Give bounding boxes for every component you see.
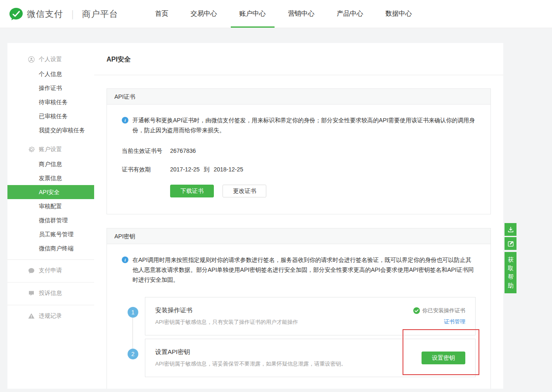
api-cert-card: API证书 开通帐号和更换API证书时，由微信支付签发，用来标识和界定你的身份；… <box>107 88 491 214</box>
sidebar-item-review-config[interactable]: 审核配置 <box>7 199 94 213</box>
step-1-desc: API密钥属于敏感信息，只有安装了操作证书的用户才能操作 <box>155 318 298 326</box>
change-cert-button[interactable]: 更改证书 <box>223 185 266 197</box>
logo-divider: ｜ <box>68 8 77 20</box>
sidebar-group-personal-header: 个人设置 <box>7 52 94 67</box>
cert-validity-end: 2018-12-25 <box>213 166 243 173</box>
sidebar-item-api-security[interactable]: API安全 <box>7 185 94 199</box>
api-key-info-text: 在API调用时用来按照指定规则对你的请求参数进行签名，服务器收到你的请求时会进行… <box>133 255 476 285</box>
sidebar-item-wechat-group-mgmt[interactable]: 微信群管理 <box>7 213 94 227</box>
cert-manage-link[interactable]: 证书管理 <box>444 318 465 325</box>
chat-icon <box>28 267 35 274</box>
step-connector-line <box>133 318 133 350</box>
feedback-icon[interactable] <box>505 237 516 250</box>
sidebar-item-my-submitted-tasks[interactable]: 我提交的审核任务 <box>7 123 94 137</box>
main-nav: 首页 交易中心 账户中心 营销中心 产品中心 数据中心 <box>144 0 423 28</box>
message-icon <box>28 290 35 297</box>
content-area: API安全 API证书 开通帐号和更换API证书时，由微信支付签发，用来标识和界… <box>94 43 503 389</box>
logo[interactable]: 微信支付 ｜ 商户平台 <box>9 7 118 21</box>
nav-marketing-center[interactable]: 营销中心 <box>277 0 326 28</box>
cert-installed-status-text: 你已安装操作证书 <box>422 307 465 314</box>
sidebar-item-pending-tasks[interactable]: 待审核任务 <box>7 95 94 109</box>
gear-icon <box>28 146 35 153</box>
cert-number-value: 26767836 <box>170 147 196 155</box>
user-icon <box>28 56 35 63</box>
api-key-card: API密钥 在API调用时用来按照指定规则对你的请求参数进行签名，服务器收到你的… <box>107 228 491 389</box>
sidebar-group-label: 个人设置 <box>39 56 62 63</box>
api-key-card-title: API密钥 <box>107 228 490 244</box>
api-cert-info-text: 开通帐号和更换API证书时，由微信支付签发，用来标识和界定你的身份；部分安全性要… <box>133 115 476 135</box>
step-2-badge: 2 <box>128 349 138 359</box>
sidebar-group-violation-header[interactable]: 违规记录 <box>7 309 94 323</box>
logo-platform: 商户平台 <box>82 8 118 20</box>
info-icon <box>122 117 128 124</box>
sidebar-group-complaint-header[interactable]: 投诉信息 <box>7 286 94 301</box>
cert-validity-label: 证书有效期 <box>122 166 170 173</box>
title-divider <box>94 75 503 75</box>
step-install-cert: 1 安装操作证书 API密钥属于敏感信息，只有安装了操作证书的用户才能操作 <box>145 297 476 335</box>
sidebar-group-label: 违规记录 <box>39 312 62 320</box>
step-2-title: 设置API密钥 <box>155 348 346 356</box>
sidebar-item-invoice-info[interactable]: 发票信息 <box>7 171 94 185</box>
step-1-title: 安装操作证书 <box>155 306 298 314</box>
nav-product-center[interactable]: 产品中心 <box>326 0 374 28</box>
info-icon <box>122 257 128 263</box>
sidebar: 个人设置 个人信息 操作证书 待审核任务 已审核任务 我提交的审核任务 账户设置… <box>7 43 94 389</box>
logo-text: 微信支付 <box>27 8 63 20</box>
download-cert-button[interactable]: 下载证书 <box>170 185 214 197</box>
sidebar-group-payment-apply: 支付申请 <box>7 259 94 278</box>
sidebar-group-label: 投诉信息 <box>39 290 62 297</box>
sidebar-item-wechat-merchant-terminal[interactable]: 微信商户终端 <box>7 241 94 255</box>
sidebar-group-violation: 违规记录 <box>7 305 94 323</box>
cert-number-row: 当前生效证书号 26767836 <box>122 147 476 155</box>
sidebar-item-staff-account-mgmt[interactable]: 员工账号管理 <box>7 227 94 241</box>
top-header: 微信支付 ｜ 商户平台 首页 交易中心 账户中心 营销中心 产品中心 数据中心 <box>0 0 552 28</box>
cert-installed-status: 你已安装操作证书 <box>413 307 465 314</box>
sidebar-group-account-header: 账户设置 <box>7 142 94 157</box>
step-2-desc: API密钥属于敏感信息，请妥善保管不要泄露，如果怀疑信息泄露，请重设密钥。 <box>155 360 346 368</box>
cert-validity-to: 到 <box>204 166 210 173</box>
check-icon <box>413 307 420 314</box>
nav-account-center[interactable]: 账户中心 <box>228 0 277 28</box>
help-widget: 获取帮助 <box>505 223 516 293</box>
sidebar-item-operation-cert[interactable]: 操作证书 <box>7 81 94 95</box>
nav-transaction-center[interactable]: 交易中心 <box>180 0 228 28</box>
wechat-pay-logo-icon <box>9 7 23 21</box>
nav-data-center[interactable]: 数据中心 <box>374 0 423 28</box>
sidebar-item-personal-info[interactable]: 个人信息 <box>7 67 94 81</box>
set-api-key-button[interactable]: 设置密钥 <box>422 352 465 364</box>
sidebar-group-payment-apply-header[interactable]: 支付申请 <box>7 263 94 278</box>
sidebar-group-account: 账户设置 商户信息 发票信息 API安全 审核配置 微信群管理 员工账号管理 微… <box>7 142 94 255</box>
nav-home[interactable]: 首页 <box>144 0 180 28</box>
sidebar-item-reviewed-tasks[interactable]: 已审核任务 <box>7 109 94 123</box>
api-key-steps: 1 安装操作证书 API密钥属于敏感信息，只有安装了操作证书的用户才能操作 <box>122 297 476 377</box>
sidebar-group-personal: 个人设置 个人信息 操作证书 待审核任务 已审核任务 我提交的审核任务 <box>7 52 94 137</box>
step-1-badge: 1 <box>128 307 138 318</box>
page-background: 个人设置 个人信息 操作证书 待审核任务 已审核任务 我提交的审核任务 账户设置… <box>0 28 552 392</box>
page-title: API安全 <box>94 43 503 75</box>
sidebar-group-label: 支付申请 <box>39 267 62 274</box>
cert-validity-start: 2017-12-25 <box>170 166 200 173</box>
cert-number-label: 当前生效证书号 <box>122 147 170 155</box>
warning-icon <box>28 313 35 319</box>
api-cert-card-title: API证书 <box>107 89 490 105</box>
get-help-button[interactable]: 获取帮助 <box>505 252 516 293</box>
download-icon[interactable] <box>505 223 516 236</box>
main-panel: 个人设置 个人信息 操作证书 待审核任务 已审核任务 我提交的审核任务 账户设置… <box>7 43 503 389</box>
sidebar-group-complaint: 投诉信息 <box>7 282 94 301</box>
sidebar-item-merchant-info[interactable]: 商户信息 <box>7 157 94 171</box>
step-set-api-key: 2 设置API密钥 API密钥属于敏感信息，请妥善保管不要泄露，如果怀疑信息泄露… <box>145 339 476 377</box>
cert-validity-row: 证书有效期 2017-12-25 到 2018-12-25 <box>122 166 476 173</box>
sidebar-group-label: 账户设置 <box>39 146 62 153</box>
